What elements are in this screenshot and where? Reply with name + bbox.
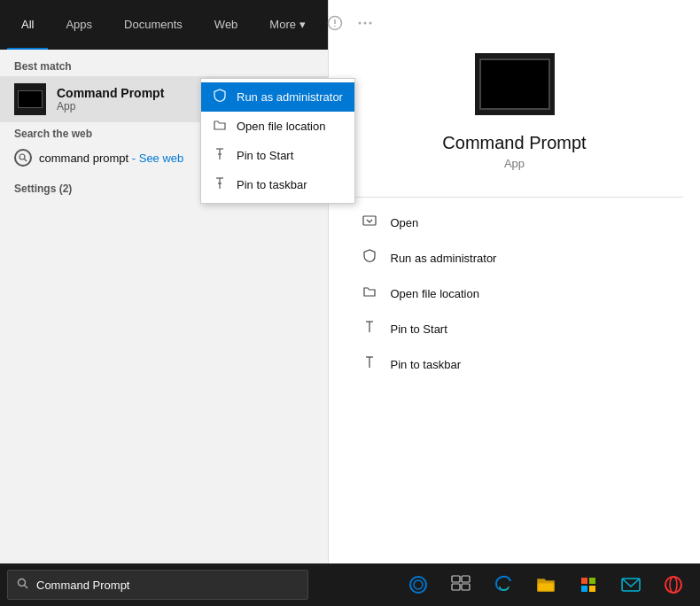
svg-point-19 (19, 579, 26, 586)
right-panel-app-icon (475, 53, 555, 115)
tab-apps[interactable]: Apps (51, 0, 106, 50)
svg-point-4 (363, 22, 366, 25)
right-pin-icon (361, 320, 378, 338)
right-pin2-icon (361, 355, 378, 373)
svg-rect-23 (452, 576, 460, 582)
header-icons (323, 12, 377, 38)
right-panel-subtitle: App (504, 157, 525, 170)
svg-point-22 (414, 580, 423, 589)
svg-point-5 (369, 22, 371, 25)
svg-rect-25 (452, 584, 460, 590)
right-panel: Command Prompt App Open Run as administr… (328, 0, 700, 563)
right-action-file-location[interactable]: Open file location (346, 276, 683, 311)
folder-icon (212, 118, 228, 135)
svg-rect-31 (589, 586, 595, 592)
shield-icon (212, 89, 228, 105)
svg-line-7 (25, 159, 27, 162)
tab-web[interactable]: Web (200, 0, 253, 50)
svg-rect-14 (363, 216, 376, 225)
context-menu-pin-taskbar[interactable]: Pin to taskbar (201, 170, 354, 199)
taskbar-search[interactable]: Command Prompt (7, 570, 308, 600)
tab-documents[interactable]: Documents (110, 0, 197, 50)
svg-point-3 (358, 22, 361, 25)
task-view-icon[interactable] (441, 565, 480, 604)
svg-rect-24 (462, 576, 470, 582)
context-menu-run-as-admin[interactable]: Run as administrator (201, 82, 354, 112)
store-icon[interactable] (569, 565, 608, 604)
open-file-location-label: Open file location (237, 120, 325, 133)
run-as-admin-label: Run as administrator (237, 90, 343, 104)
taskbar-icons (399, 565, 693, 604)
tab-all[interactable]: All (7, 0, 48, 50)
right-folder-icon (361, 284, 378, 302)
feedback-icon[interactable] (323, 12, 346, 38)
edge-icon[interactable] (484, 565, 523, 604)
svg-point-6 (19, 154, 25, 159)
context-menu: Run as administrator Open file location … (200, 78, 355, 204)
taskbar: Command Prompt (0, 563, 700, 606)
right-action-pin-taskbar[interactable]: Pin to taskbar (346, 346, 683, 382)
open-icon (361, 214, 378, 231)
pin-to-taskbar-label: Pin to taskbar (237, 178, 307, 191)
right-panel-divider (346, 197, 683, 198)
svg-line-20 (25, 585, 28, 588)
search-web-query: command prompt - See web (39, 152, 183, 165)
right-action-pin-start-label: Pin to Start (391, 322, 447, 336)
pin-icon (212, 147, 228, 164)
file-explorer-icon[interactable] (526, 565, 565, 604)
mail-icon[interactable] (611, 565, 650, 604)
pin2-icon (212, 176, 228, 193)
right-shield-icon (361, 249, 378, 267)
taskbar-search-icon (17, 578, 29, 593)
svg-rect-27 (538, 583, 554, 591)
best-match-title: Command Prompt (57, 86, 164, 100)
pin-to-start-label: Pin to Start (237, 149, 293, 162)
right-panel-title: Command Prompt (442, 133, 586, 153)
svg-point-2 (334, 26, 336, 27)
cmd-app-icon (14, 83, 46, 115)
context-menu-pin-start[interactable]: Pin to Start (201, 141, 354, 170)
right-action-pin-taskbar-label: Pin to taskbar (391, 358, 462, 371)
search-circle-icon (14, 149, 32, 167)
taskbar-search-text: Command Prompt (36, 579, 129, 592)
svg-point-34 (670, 577, 677, 593)
chevron-down-icon: ▾ (299, 18, 306, 31)
opera-icon[interactable] (654, 565, 693, 604)
svg-rect-28 (581, 578, 587, 584)
right-action-admin-label: Run as administrator (391, 252, 497, 265)
best-match-label: Best match (0, 50, 328, 76)
svg-point-21 (410, 577, 426, 593)
svg-rect-26 (462, 584, 470, 590)
right-action-open[interactable]: Open (346, 205, 683, 240)
context-menu-open-file-location[interactable]: Open file location (201, 112, 354, 141)
svg-rect-29 (589, 578, 595, 584)
svg-point-33 (665, 577, 681, 593)
right-action-open-label: Open (391, 216, 419, 229)
right-action-run-admin[interactable]: Run as administrator (346, 240, 683, 276)
right-action-pin-start[interactable]: Pin to Start (346, 311, 683, 346)
svg-rect-30 (581, 586, 587, 592)
ellipsis-icon[interactable] (354, 12, 377, 38)
tab-more[interactable]: More ▾ (255, 0, 320, 50)
start-tabs: All Apps Documents Web More ▾ (0, 0, 328, 50)
right-panel-actions: Open Run as administrator Open file loca… (346, 205, 683, 382)
best-match-subtitle: App (57, 100, 164, 113)
right-action-fileloc-label: Open file location (391, 287, 479, 300)
cortana-icon[interactable] (399, 565, 438, 604)
